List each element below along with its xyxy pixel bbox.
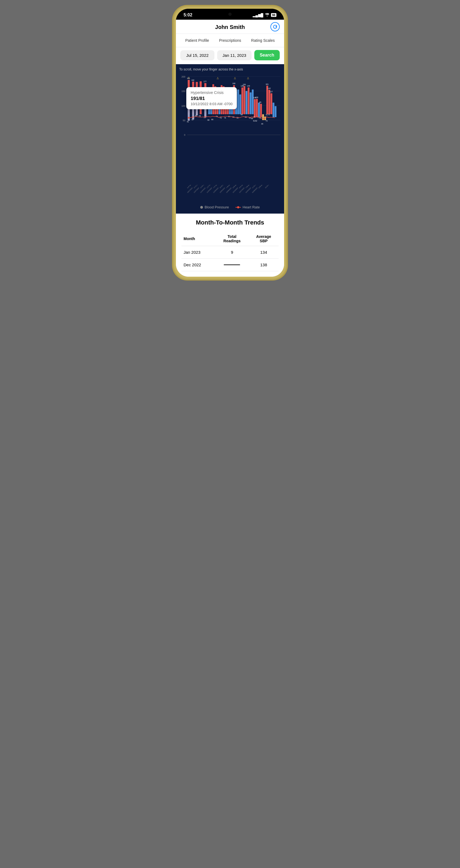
svg-rect-48 <box>254 99 256 117</box>
refresh-button[interactable] <box>270 22 280 31</box>
svg-text:⚠: ⚠ <box>234 77 236 80</box>
svg-text:72: 72 <box>191 119 193 120</box>
svg-text:10:19 AM -0800: 10:19 AM -0800 <box>265 185 273 189</box>
svg-text:81: 81 <box>187 121 189 123</box>
svg-text:0: 0 <box>184 133 185 136</box>
svg-rect-37 <box>237 90 239 115</box>
table-row: Dec 2022 138 <box>181 259 279 271</box>
svg-text:⚠: ⚠ <box>247 77 249 80</box>
svg-text:49: 49 <box>261 123 263 125</box>
tooltip-value: 191/81 <box>191 96 233 101</box>
x-axis-labels: 9:47 AM -0700 10/27/2022 11:11 AM -0700 … <box>188 162 270 178</box>
svg-rect-44 <box>248 87 250 114</box>
svg-rect-59 <box>269 90 270 115</box>
svg-text:127: 127 <box>270 91 273 93</box>
svg-rect-50 <box>256 99 258 117</box>
chart-tooltip: Hypertensive Crisis 191/81 10/12/2022 8:… <box>186 87 237 109</box>
camera-notch <box>228 12 232 16</box>
svg-text:56: 56 <box>199 115 201 117</box>
svg-text:73: 73 <box>266 120 268 122</box>
svg-point-96 <box>204 116 206 118</box>
bp-chart[interactable]: 200 150 100 50 0 ⚠ ⚠ ⚠ <box>178 73 282 161</box>
svg-text:161: 161 <box>266 83 269 85</box>
tab-patient-profile[interactable]: Patient Profile <box>183 37 211 44</box>
svg-rect-64 <box>275 106 276 117</box>
search-button[interactable]: Search <box>254 50 280 60</box>
bp-dot <box>200 206 203 209</box>
svg-text:166: 166 <box>233 83 236 84</box>
svg-text:156: 156 <box>243 83 246 85</box>
status-bar: 5:02 ▂▄▆█ 98 <box>176 9 284 20</box>
start-date-picker[interactable]: Jul 15, 2022 <box>180 50 214 60</box>
svg-text:149: 149 <box>247 85 250 87</box>
bp-legend: Blood Pressure <box>200 205 229 209</box>
row-sbp-dec2022: 138 <box>249 259 279 271</box>
svg-text:86: 86 <box>251 118 253 119</box>
row-month-dec2022: Dec 2022 <box>181 259 215 271</box>
col-total-readings: TotalReadings <box>215 231 249 246</box>
row-readings-jan2023: 9 <box>215 246 249 259</box>
svg-text:83: 83 <box>195 115 197 116</box>
svg-text:⚠: ⚠ <box>217 77 219 80</box>
col-avg-sbp: AverageSBP <box>249 231 279 246</box>
row-month-jan2023: Jan 2023 <box>181 246 215 259</box>
tabs-row: Patient Profile Prescriptions Rating Sca… <box>176 34 284 47</box>
svg-point-94 <box>188 117 190 119</box>
svg-text:66: 66 <box>241 113 243 115</box>
svg-text:76: 76 <box>224 117 226 119</box>
svg-text:182: 182 <box>191 79 194 81</box>
svg-text:66: 66 <box>207 119 209 121</box>
svg-text:150: 150 <box>181 90 185 93</box>
svg-rect-41 <box>243 86 245 114</box>
svg-rect-63 <box>273 103 275 117</box>
svg-rect-46 <box>250 92 252 114</box>
svg-rect-38 <box>239 94 241 115</box>
tab-rating-scales[interactable]: Rating Scales <box>249 37 277 44</box>
svg-text:73: 73 <box>268 113 270 115</box>
signal-icon: ▂▄▆█ <box>253 13 263 17</box>
svg-text:61: 61 <box>253 120 255 122</box>
svg-text:108: 108 <box>255 96 258 98</box>
svg-rect-53 <box>260 104 262 117</box>
status-icons: ▂▄▆█ 98 <box>253 13 276 17</box>
svg-text:66: 66 <box>211 118 213 120</box>
readings-bar <box>224 265 240 265</box>
svg-text:9:08 AM -0800: 9:08 AM -0800 <box>258 185 266 189</box>
svg-rect-61 <box>270 93 272 115</box>
scroll-hint: To scroll, move your finger across the x… <box>178 67 282 71</box>
hr-legend: Heart Rate <box>236 205 260 209</box>
trends-title: Month-To-Month Trends <box>181 219 279 226</box>
app-content: John Smith Patient Profile Prescriptions… <box>176 20 284 277</box>
date-range-row: Jul 15, 2022 Jan 11, 2023 Search <box>176 47 284 64</box>
hr-line <box>236 207 241 208</box>
svg-rect-39 <box>242 87 243 114</box>
chart-legend: Blood Pressure Heart Rate <box>178 203 282 210</box>
x-axis-dates: 9:47 AM -0700 11:11 AM -0700 11:04 AM -0… <box>178 185 282 201</box>
phone-screen: 5:02 ▂▄▆█ 98 John Smith <box>176 9 284 277</box>
table-header-row: Month TotalReadings AverageSBP <box>181 231 279 246</box>
status-time: 5:02 <box>184 12 192 18</box>
row-sbp-jan2023: 134 <box>249 246 279 259</box>
row-readings-dec2022 <box>215 259 249 271</box>
svg-rect-57 <box>266 86 268 115</box>
trends-section: Month-To-Month Trends Month TotalReading… <box>176 214 284 277</box>
app-header: John Smith <box>176 20 284 34</box>
svg-text:71: 71 <box>266 114 268 116</box>
phone-frame: 5:02 ▂▄▆█ 98 John Smith <box>173 5 287 280</box>
bp-legend-label: Blood Pressure <box>205 205 229 209</box>
wifi-icon <box>265 13 269 17</box>
end-date-picker[interactable]: Jan 11, 2023 <box>217 50 251 60</box>
svg-rect-47 <box>252 90 254 115</box>
svg-text:200: 200 <box>181 75 185 78</box>
hr-legend-label: Heart Rate <box>243 205 260 209</box>
svg-text:177: 177 <box>204 81 207 83</box>
svg-text:100: 100 <box>181 104 185 107</box>
readings-bar-cell <box>217 265 246 265</box>
svg-text:142: 142 <box>268 87 271 89</box>
tab-prescriptions[interactable]: Prescriptions <box>217 37 243 44</box>
battery-indicator: 98 <box>271 13 276 17</box>
svg-point-95 <box>192 117 193 118</box>
svg-text:⚠: ⚠ <box>188 76 190 80</box>
trends-table: Month TotalReadings AverageSBP Jan 2023 … <box>181 231 279 271</box>
svg-rect-52 <box>258 103 260 117</box>
